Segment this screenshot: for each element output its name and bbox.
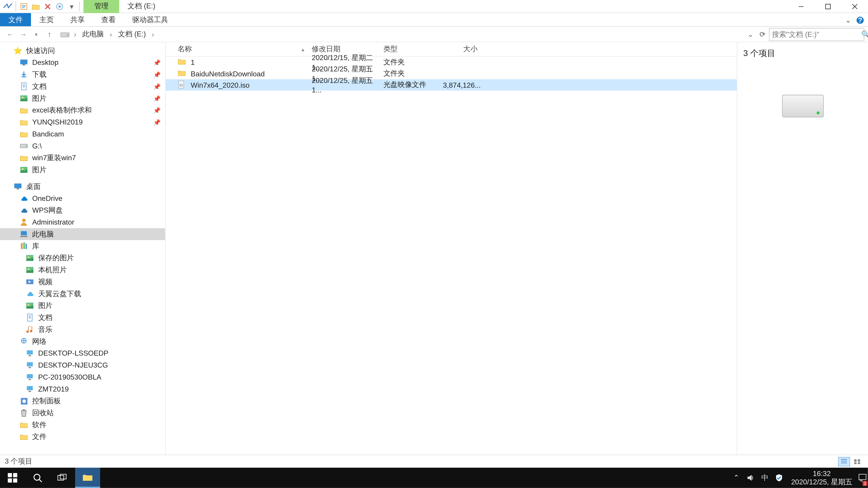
crumb-this-pc[interactable]: 此电脑 — [80, 29, 106, 39]
ribbon-tab-view[interactable]: 查看 — [93, 13, 124, 26]
chevron-right-icon[interactable]: › — [149, 30, 157, 38]
nav-lib-item[interactable]: 天翼云盘下载 — [0, 288, 165, 300]
maximize-button[interactable] — [814, 0, 841, 13]
forward-button[interactable]: → — [17, 28, 30, 41]
nav-extra-item[interactable]: 文件 — [0, 431, 165, 443]
nav-lib-item[interactable]: 视频 — [0, 276, 165, 288]
nav-quick-item[interactable]: Bandicam — [0, 128, 165, 140]
chevron-right-icon[interactable]: › — [71, 30, 79, 38]
close-button[interactable] — [841, 0, 868, 13]
icons-view-button[interactable] — [851, 457, 863, 466]
nav-desktop-item[interactable]: Administrator — [0, 216, 165, 228]
up-button[interactable]: ↑ — [43, 28, 56, 41]
chevron-right-icon[interactable]: › — [107, 30, 115, 38]
file-row[interactable]: BaiduNetdiskDownload2020/12/25, 星期五 1...… — [166, 68, 737, 79]
ribbon-tab-home[interactable]: 主页 — [31, 13, 62, 26]
search-input[interactable] — [772, 30, 862, 38]
nav-label: 文件 — [32, 432, 46, 442]
column-type[interactable]: 类型 — [380, 44, 439, 54]
nav-desktop[interactable]: 桌面 — [0, 181, 165, 193]
delete-icon[interactable] — [42, 1, 53, 11]
nav-quick-item[interactable]: G:\ — [0, 140, 165, 152]
details-view-button[interactable] — [838, 457, 850, 466]
help-icon[interactable]: ? — [856, 16, 864, 24]
ribbon-tab-share[interactable]: 共享 — [62, 13, 93, 26]
task-view-button[interactable] — [50, 468, 75, 488]
navigation-pane[interactable]: ⭐快速访问 Desktop📌下载📌文档📌图片📌excel表格制作求和📌YUNQI… — [0, 42, 166, 455]
nav-extra-item[interactable]: 软件 — [0, 419, 165, 431]
app-icon[interactable] — [2, 1, 13, 11]
nav-network-item[interactable]: DESKTOP-NJEU3CG — [0, 359, 165, 371]
svg-rect-47 — [854, 459, 857, 462]
minimize-button[interactable] — [787, 0, 814, 13]
taskbar-clock[interactable]: 16:32 2020/12/25, 星期五 — [786, 469, 857, 486]
back-button[interactable]: ← — [4, 28, 17, 41]
new-folder-icon[interactable] — [30, 1, 41, 11]
nav-quick-item[interactable]: 图片 — [0, 164, 165, 176]
svg-rect-39 — [29, 379, 31, 380]
nav-desktop-item[interactable]: OneDrive — [0, 193, 165, 204]
pic-icon — [25, 301, 35, 311]
nav-quick-access[interactable]: ⭐快速访问 — [0, 45, 165, 57]
volume-icon[interactable] — [743, 468, 758, 488]
nav-quick-item[interactable]: 文档📌 — [0, 80, 165, 92]
nav-quick-item[interactable]: YUNQISHI2019📌 — [0, 116, 165, 128]
start-button[interactable] — [0, 468, 25, 488]
nav-desktop-item[interactable]: 库 — [0, 240, 165, 252]
file-row[interactable]: Win7x64_2020.iso2020/12/25, 星期五 1...光盘映像… — [166, 79, 737, 91]
doc-icon — [25, 313, 35, 322]
search-box[interactable]: 🔍 — [769, 28, 864, 41]
ime-icon[interactable]: 中 — [758, 468, 772, 488]
nav-network-item[interactable]: PC-20190530OBLA — [0, 371, 165, 383]
column-date[interactable]: 修改日期 — [308, 44, 379, 54]
nav-lib-item[interactable]: 文档 — [0, 312, 165, 324]
quick-access-toolbar: ▾ — [0, 1, 84, 11]
nav-desktop-item[interactable]: WPS网盘 — [0, 204, 165, 216]
pin-icon: 📌 — [153, 107, 160, 113]
file-explorer-taskbar-icon[interactable] — [75, 468, 100, 488]
svg-rect-52 — [13, 473, 17, 477]
ribbon-tab-drive-tools[interactable]: 驱动器工具 — [124, 13, 176, 26]
tray-overflow-icon[interactable]: ⌃ — [729, 468, 743, 488]
properties-icon[interactable] — [19, 1, 29, 11]
svg-rect-35 — [29, 355, 31, 356]
netpc-icon — [25, 360, 35, 370]
recent-dropdown-icon[interactable]: ▾ — [30, 28, 43, 41]
file-name: BaiduNetdiskDownload — [191, 69, 265, 78]
nav-extra-item[interactable]: 控制面板 — [0, 395, 165, 407]
nav-label: 图片 — [32, 93, 46, 103]
svg-rect-20 — [21, 231, 27, 235]
nav-network-item[interactable]: ZMT2019 — [0, 383, 165, 395]
notifications-icon[interactable]: 3 — [857, 468, 868, 488]
nav-quick-item[interactable]: Desktop📌 — [0, 57, 165, 69]
nav-quick-item[interactable]: 图片📌 — [0, 92, 165, 104]
nav-quick-item[interactable]: 下载📌 — [0, 68, 165, 80]
search-button[interactable] — [25, 468, 50, 488]
address-dropdown-icon[interactable]: ⌄ — [745, 30, 756, 38]
ribbon-tab-file[interactable]: 文件 — [0, 13, 31, 26]
refresh-icon[interactable]: ⟳ — [756, 30, 769, 38]
file-rows[interactable]: 12020/12/15, 星期二 1...文件夹BaiduNetdiskDown… — [166, 57, 737, 455]
nav-lib-item[interactable]: 图片 — [0, 300, 165, 312]
nav-extra-item[interactable]: 回收站 — [0, 407, 165, 419]
nav-lib-item[interactable]: 本机照片 — [0, 264, 165, 276]
nav-quick-item[interactable]: excel表格制作求和📌 — [0, 104, 165, 116]
column-name[interactable]: 名称▴ — [174, 44, 308, 54]
nav-network[interactable]: 网络 — [0, 335, 165, 348]
breadcrumb[interactable]: › 此电脑 › 文档 (E:) › — [60, 28, 742, 41]
security-icon[interactable] — [772, 468, 786, 488]
svg-rect-44 — [23, 410, 25, 411]
file-row[interactable]: 12020/12/15, 星期二 1...文件夹 — [166, 57, 737, 68]
svg-point-55 — [34, 474, 40, 480]
column-size[interactable]: 大小 — [439, 44, 481, 54]
nav-network-item[interactable]: DESKTOP-LSSOEDP — [0, 347, 165, 359]
settings-icon[interactable] — [54, 1, 65, 11]
nav-quick-item[interactable]: win7重装win7 — [0, 152, 165, 164]
crumb-current[interactable]: 文档 (E:) — [116, 29, 148, 39]
nav-lib-item[interactable]: 音乐 — [0, 324, 165, 335]
qat-dropdown-icon[interactable]: ▾ — [66, 1, 77, 11]
ribbon-expand-icon[interactable]: ⌄ — [845, 16, 851, 24]
nav-lib-item[interactable]: 保存的图片 — [0, 252, 165, 264]
search-icon[interactable]: 🔍 — [861, 30, 868, 38]
nav-desktop-item[interactable]: 此电脑 — [0, 228, 165, 240]
